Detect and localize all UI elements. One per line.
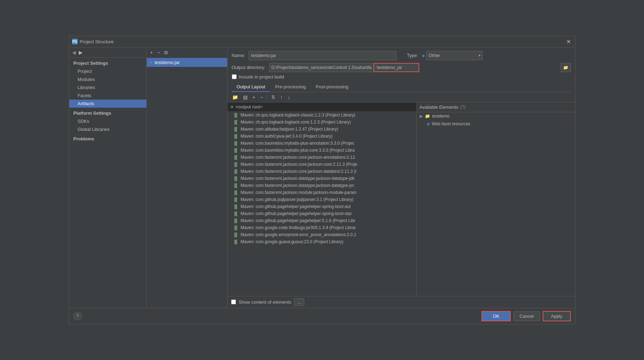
jar-icon: ▐▌ (233, 197, 239, 202)
element-label: Maven: com.google.guava:guava:23.0 (Proj… (241, 239, 343, 244)
main-content: ◀ ▶ Project Settings Project Modules Lib… (69, 48, 575, 308)
list-item: ▐▌Maven: com.fasterxml.jackson.core:jack… (228, 161, 416, 168)
folder-icon-btn[interactable]: 📁 (230, 94, 240, 101)
output-root-item[interactable]: ◈ <output root> (228, 102, 416, 112)
jar-icon: ▐▌ (233, 204, 239, 209)
element-label: Maven: com.github.jsqlparser:jsqlparser:… (241, 197, 353, 202)
jar-icon: ▐▌ (233, 120, 239, 124)
jar-icon: ▐▌ (233, 183, 239, 188)
avail-tree-testdemo[interactable]: ▶ 📁 testdemo (417, 112, 575, 120)
type-icon: ◈ (422, 53, 425, 58)
sidebar: ◀ ▶ Project Settings Project Modules Lib… (69, 48, 147, 308)
avail-web-facet[interactable]: ◈ Web facet resources (417, 120, 575, 128)
jar-icon: ▐▌ (233, 176, 239, 181)
move-down-btn[interactable]: ↓ (286, 94, 292, 101)
list-item: ▐▌Maven: com.baomidou:mybatis-plus-core:… (228, 147, 416, 154)
expand-icon: ▶ (420, 114, 423, 119)
jar-icon: ▐▌ (233, 240, 239, 244)
jar-icon: ▐▌ (233, 169, 239, 173)
artifact-list: ◈ testdemo:jar (147, 58, 227, 308)
close-button[interactable]: ✕ (565, 38, 572, 45)
available-elements-header: Available Elements (?) (417, 102, 575, 112)
add-element-btn[interactable]: + (251, 94, 257, 101)
remove-artifact-button[interactable]: − (156, 49, 161, 56)
sidebar-item-global-libraries[interactable]: Global Libraries (69, 125, 146, 133)
sidebar-item-project[interactable]: Project (69, 67, 146, 75)
element-label: Maven: com.fasterxml.jackson.core:jackso… (241, 155, 356, 160)
elements-list: ▐▌Maven: ch.qos.logback:logback-classic:… (228, 112, 416, 245)
app-icon: PS (72, 39, 78, 44)
title-bar: PS Project Structure ✕ (69, 36, 575, 48)
sidebar-item-modules[interactable]: Modules (69, 75, 146, 83)
artifact-item-testdemo[interactable]: ◈ testdemo:jar (147, 58, 227, 67)
folder-icon: 📁 (425, 114, 430, 119)
include-build-label: Include in project build (239, 74, 284, 80)
list-item: ▐▌Maven: com.baomidou:mybatis-plus-annot… (228, 140, 416, 147)
element-label: Maven: com.fasterxml.jackson.module:jack… (241, 190, 356, 195)
sort-btn[interactable]: ⇅ (269, 94, 277, 101)
list-item: ▐▌Maven: com.github.pagehelper:pagehelpe… (228, 203, 416, 210)
output-dir-highlight[interactable]: \testdemo_jar (374, 63, 419, 72)
move-up-btn[interactable]: ↑ (279, 94, 285, 101)
element-label: Maven: com.fasterxml.jackson.datatype:ja… (241, 176, 355, 181)
content-panels: ◈ <output root> ▐▌Maven: ch.qos.logback:… (228, 102, 575, 296)
available-elements-panel: Available Elements (?) ▶ 📁 testdemo ◈ We… (417, 102, 575, 296)
footer: ? OK Cancel Apply (69, 308, 575, 324)
apply-button[interactable]: Apply (543, 311, 571, 321)
ok-button[interactable]: OK (482, 311, 511, 321)
show-content-checkbox[interactable] (231, 299, 236, 304)
sidebar-item-facets[interactable]: Facets (69, 91, 146, 100)
nav-forward-button[interactable]: ▶ (79, 50, 83, 55)
tabs-bar: Output Layout Pre-processing Post-proces… (232, 82, 571, 92)
sidebar-item-libraries[interactable]: Libraries (69, 83, 146, 91)
sidebar-item-artifacts[interactable]: Artifacts (69, 100, 146, 108)
output-dir-path[interactable]: D:\Project\testdemo_serizes\roleControll… (269, 63, 374, 72)
include-build-checkbox[interactable] (232, 74, 237, 79)
window-title: Project Structure (80, 39, 114, 44)
tab-post-processing[interactable]: Post-processing (311, 82, 353, 92)
list-icon-btn[interactable]: ▤ (241, 94, 249, 101)
platform-settings-label: Platform Settings (69, 108, 146, 117)
main-editing-area: Name: Type: ◈ Other ▾ Output directory: (228, 48, 575, 308)
remove-element-btn[interactable]: − (259, 94, 265, 101)
content-toolbar: 📁 ▤ + − ⇅ ↑ ↓ (228, 92, 575, 102)
project-structure-dialog: PS Project Structure ✕ ◀ ▶ Project Setti… (69, 36, 575, 324)
jar-icon: ▐▌ (233, 233, 239, 237)
sidebar-item-sdks[interactable]: SDKs (69, 117, 146, 125)
list-item: ▐▌Maven: com.auth0:java-jwt:3.4.0 (Proje… (228, 133, 416, 140)
list-item: ▐▌Maven: com.google.errorprone:error_pro… (228, 231, 416, 238)
show-content-btn[interactable]: ... (294, 298, 304, 306)
tab-output-layout[interactable]: Output Layout (232, 82, 270, 92)
element-label: Maven: com.fasterxml.jackson.core:jackso… (241, 162, 357, 167)
nav-back-button[interactable]: ◀ (72, 50, 76, 55)
element-label: Maven: com.github.pagehelper:pagehelper-… (241, 204, 351, 209)
list-item: ▐▌Maven: com.fasterxml.jackson.module:ja… (228, 189, 416, 196)
web-facet-icon: ◈ (427, 121, 430, 126)
list-item: ▐▌Maven: com.fasterxml.jackson.core:jack… (228, 154, 416, 161)
list-item: ▐▌Maven: ch.qos.logback:logback-classic:… (228, 112, 416, 119)
copy-artifact-button[interactable]: ⧉ (163, 49, 169, 56)
help-button[interactable]: ? (74, 312, 82, 320)
type-select[interactable]: Other (426, 51, 483, 60)
element-label: Maven: ch.qos.logback:logback-classic:1.… (241, 113, 355, 118)
jar-icon: ▐▌ (233, 134, 239, 138)
jar-icon: ▐▌ (233, 148, 239, 152)
artifact-panel: + − ⧉ ◈ testdemo:jar (147, 48, 228, 308)
help-circle-icon[interactable]: (?) (460, 105, 466, 109)
jar-icon: ▐▌ (233, 190, 239, 195)
browse-button[interactable]: 📁 (561, 63, 571, 72)
output-dir-label: Output directory: (232, 65, 266, 70)
tab-pre-processing[interactable]: Pre-processing (270, 82, 311, 92)
list-item: ▐▌Maven: com.google.code.findbugs:jsr305… (228, 224, 416, 231)
element-label: Maven: com.auth0:java-jwt:3.4.0 (Project… (241, 134, 332, 139)
output-root-icon: ◈ (230, 104, 234, 109)
add-artifact-button[interactable]: + (149, 49, 154, 56)
name-input[interactable] (249, 51, 396, 60)
jar-icon: ▐▌ (233, 162, 239, 166)
list-item: ▐▌Maven: com.github.pagehelper:pagehelpe… (228, 217, 416, 224)
cancel-button[interactable]: Cancel (514, 311, 540, 321)
element-label: Maven: ch.qos.logback:logback-core:1.2.3… (241, 120, 351, 125)
list-item: ▐▌Maven: com.fasterxml.jackson.core:jack… (228, 168, 416, 175)
avail-root-label: testdemo (432, 114, 449, 119)
toolbar-separator (267, 94, 267, 100)
